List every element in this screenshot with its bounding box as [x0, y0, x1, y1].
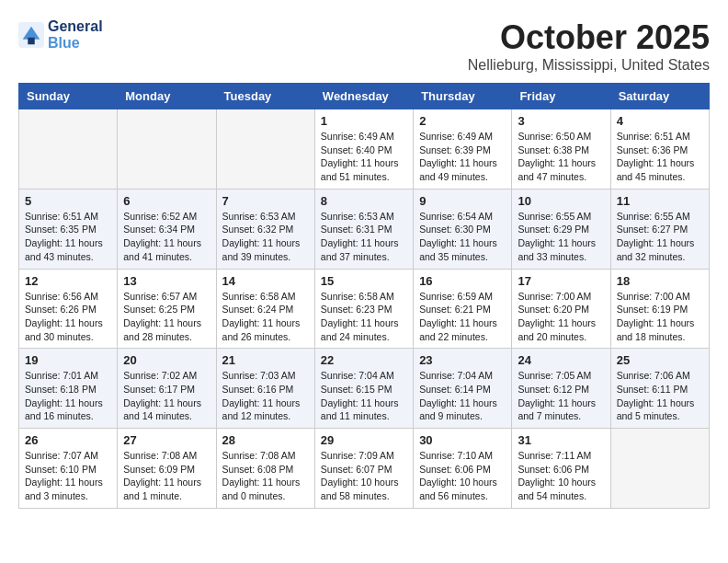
day-number: 24: [518, 353, 604, 367]
day-info: Sunrise: 7:03 AM Sunset: 6:16 PM Dayligh…: [222, 369, 309, 423]
day-info: Sunrise: 7:01 AM Sunset: 6:18 PM Dayligh…: [25, 369, 111, 423]
day-number: 10: [518, 194, 604, 208]
calendar-cell: 3Sunrise: 6:50 AM Sunset: 6:38 PM Daylig…: [512, 109, 610, 190]
logo-text-line1: General: [48, 18, 103, 35]
day-number: 4: [617, 114, 703, 128]
day-number: 1: [321, 114, 407, 128]
calendar-table: SundayMondayTuesdayWednesdayThursdayFrid…: [18, 83, 710, 509]
day-number: 11: [617, 194, 703, 208]
page-header: General Blue October 2025 Nellieburg, Mi…: [18, 18, 710, 74]
calendar-cell: 19Sunrise: 7:01 AM Sunset: 6:18 PM Dayli…: [19, 349, 118, 429]
calendar-cell: 22Sunrise: 7:04 AM Sunset: 6:15 PM Dayli…: [314, 349, 413, 429]
day-info: Sunrise: 6:59 AM Sunset: 6:21 PM Dayligh…: [419, 290, 506, 344]
calendar-week-row: 19Sunrise: 7:01 AM Sunset: 6:18 PM Dayli…: [19, 349, 710, 429]
day-info: Sunrise: 6:58 AM Sunset: 6:24 PM Dayligh…: [222, 290, 309, 344]
calendar-cell: 10Sunrise: 6:55 AM Sunset: 6:29 PM Dayli…: [512, 189, 610, 269]
calendar-cell: 29Sunrise: 7:09 AM Sunset: 6:07 PM Dayli…: [314, 429, 413, 509]
day-info: Sunrise: 6:49 AM Sunset: 6:39 PM Dayligh…: [419, 130, 506, 184]
calendar-cell: 4Sunrise: 6:51 AM Sunset: 6:36 PM Daylig…: [610, 109, 709, 190]
calendar-cell: [118, 109, 216, 190]
calendar-cell: 9Sunrise: 6:54 AM Sunset: 6:30 PM Daylig…: [414, 189, 512, 269]
day-info: Sunrise: 6:49 AM Sunset: 6:40 PM Dayligh…: [321, 130, 407, 184]
day-info: Sunrise: 7:04 AM Sunset: 6:14 PM Dayligh…: [419, 369, 506, 423]
calendar-cell: 14Sunrise: 6:58 AM Sunset: 6:24 PM Dayli…: [216, 269, 314, 349]
day-number: 20: [123, 353, 210, 367]
day-number: 23: [419, 353, 506, 367]
weekday-header-thursday: Thursday: [414, 84, 512, 109]
day-info: Sunrise: 6:56 AM Sunset: 6:26 PM Dayligh…: [25, 290, 111, 344]
calendar-cell: 7Sunrise: 6:53 AM Sunset: 6:32 PM Daylig…: [216, 189, 314, 269]
day-number: 13: [123, 274, 210, 288]
weekday-header-row: SundayMondayTuesdayWednesdayThursdayFrid…: [19, 84, 710, 109]
day-info: Sunrise: 7:08 AM Sunset: 6:08 PM Dayligh…: [222, 449, 309, 503]
location-title: Nellieburg, Mississippi, United States: [468, 57, 710, 74]
logo: General Blue: [18, 18, 103, 52]
day-number: 21: [222, 353, 309, 367]
calendar-cell: 26Sunrise: 7:07 AM Sunset: 6:10 PM Dayli…: [19, 429, 118, 509]
day-info: Sunrise: 6:54 AM Sunset: 6:30 PM Dayligh…: [419, 210, 506, 264]
calendar-cell: 8Sunrise: 6:53 AM Sunset: 6:31 PM Daylig…: [314, 189, 413, 269]
weekday-header-monday: Monday: [118, 84, 216, 109]
day-info: Sunrise: 7:11 AM Sunset: 6:06 PM Dayligh…: [518, 449, 604, 503]
calendar-cell: 11Sunrise: 6:55 AM Sunset: 6:27 PM Dayli…: [610, 189, 709, 269]
calendar-cell: [19, 109, 118, 190]
calendar-cell: 30Sunrise: 7:10 AM Sunset: 6:06 PM Dayli…: [414, 429, 512, 509]
calendar-cell: 6Sunrise: 6:52 AM Sunset: 6:34 PM Daylig…: [118, 189, 216, 269]
logo-text-line2: Blue: [48, 35, 103, 52]
calendar-cell: 2Sunrise: 6:49 AM Sunset: 6:39 PM Daylig…: [414, 109, 512, 190]
day-number: 8: [321, 194, 407, 208]
calendar-week-row: 26Sunrise: 7:07 AM Sunset: 6:10 PM Dayli…: [19, 429, 710, 509]
day-number: 2: [419, 114, 506, 128]
day-info: Sunrise: 6:51 AM Sunset: 6:35 PM Dayligh…: [25, 210, 111, 264]
day-number: 9: [419, 194, 506, 208]
calendar-cell: 18Sunrise: 7:00 AM Sunset: 6:19 PM Dayli…: [610, 269, 709, 349]
day-number: 25: [617, 353, 703, 367]
svg-rect-2: [28, 38, 34, 44]
day-info: Sunrise: 6:55 AM Sunset: 6:27 PM Dayligh…: [617, 210, 703, 264]
calendar-cell: 21Sunrise: 7:03 AM Sunset: 6:16 PM Dayli…: [216, 349, 314, 429]
day-number: 15: [321, 274, 407, 288]
title-section: October 2025 Nellieburg, Mississippi, Un…: [468, 18, 710, 74]
calendar-cell: 16Sunrise: 6:59 AM Sunset: 6:21 PM Dayli…: [414, 269, 512, 349]
day-info: Sunrise: 6:53 AM Sunset: 6:31 PM Dayligh…: [321, 210, 407, 264]
calendar-cell: 23Sunrise: 7:04 AM Sunset: 6:14 PM Dayli…: [414, 349, 512, 429]
day-number: 5: [25, 194, 111, 208]
calendar-cell: 13Sunrise: 6:57 AM Sunset: 6:25 PM Dayli…: [118, 269, 216, 349]
weekday-header-saturday: Saturday: [610, 84, 709, 109]
day-number: 16: [419, 274, 506, 288]
calendar-cell: 25Sunrise: 7:06 AM Sunset: 6:11 PM Dayli…: [610, 349, 709, 429]
day-number: 29: [321, 433, 407, 447]
day-info: Sunrise: 6:51 AM Sunset: 6:36 PM Dayligh…: [617, 130, 703, 184]
calendar-cell: 31Sunrise: 7:11 AM Sunset: 6:06 PM Dayli…: [512, 429, 610, 509]
day-info: Sunrise: 7:06 AM Sunset: 6:11 PM Dayligh…: [617, 369, 703, 423]
month-title: October 2025: [468, 18, 710, 57]
calendar-week-row: 5Sunrise: 6:51 AM Sunset: 6:35 PM Daylig…: [19, 189, 710, 269]
day-info: Sunrise: 6:53 AM Sunset: 6:32 PM Dayligh…: [222, 210, 309, 264]
weekday-header-friday: Friday: [512, 84, 610, 109]
calendar-cell: [610, 429, 709, 509]
calendar-cell: [216, 109, 314, 190]
calendar-cell: 15Sunrise: 6:58 AM Sunset: 6:23 PM Dayli…: [314, 269, 413, 349]
day-info: Sunrise: 7:08 AM Sunset: 6:09 PM Dayligh…: [123, 449, 210, 503]
day-info: Sunrise: 6:50 AM Sunset: 6:38 PM Dayligh…: [518, 130, 604, 184]
day-number: 22: [321, 353, 407, 367]
weekday-header-sunday: Sunday: [19, 84, 118, 109]
calendar-cell: 1Sunrise: 6:49 AM Sunset: 6:40 PM Daylig…: [314, 109, 413, 190]
day-number: 31: [518, 433, 604, 447]
calendar-cell: 28Sunrise: 7:08 AM Sunset: 6:08 PM Dayli…: [216, 429, 314, 509]
day-info: Sunrise: 6:52 AM Sunset: 6:34 PM Dayligh…: [123, 210, 210, 264]
calendar-week-row: 1Sunrise: 6:49 AM Sunset: 6:40 PM Daylig…: [19, 109, 710, 190]
day-info: Sunrise: 7:07 AM Sunset: 6:10 PM Dayligh…: [25, 449, 111, 503]
day-number: 19: [25, 353, 111, 367]
calendar-cell: 27Sunrise: 7:08 AM Sunset: 6:09 PM Dayli…: [118, 429, 216, 509]
day-info: Sunrise: 6:57 AM Sunset: 6:25 PM Dayligh…: [123, 290, 210, 344]
day-info: Sunrise: 7:00 AM Sunset: 6:20 PM Dayligh…: [518, 290, 604, 344]
calendar-week-row: 12Sunrise: 6:56 AM Sunset: 6:26 PM Dayli…: [19, 269, 710, 349]
day-number: 12: [25, 274, 111, 288]
calendar-cell: 24Sunrise: 7:05 AM Sunset: 6:12 PM Dayli…: [512, 349, 610, 429]
day-number: 30: [419, 433, 506, 447]
day-number: 17: [518, 274, 604, 288]
day-number: 6: [123, 194, 210, 208]
day-number: 28: [222, 433, 309, 447]
day-number: 26: [25, 433, 111, 447]
